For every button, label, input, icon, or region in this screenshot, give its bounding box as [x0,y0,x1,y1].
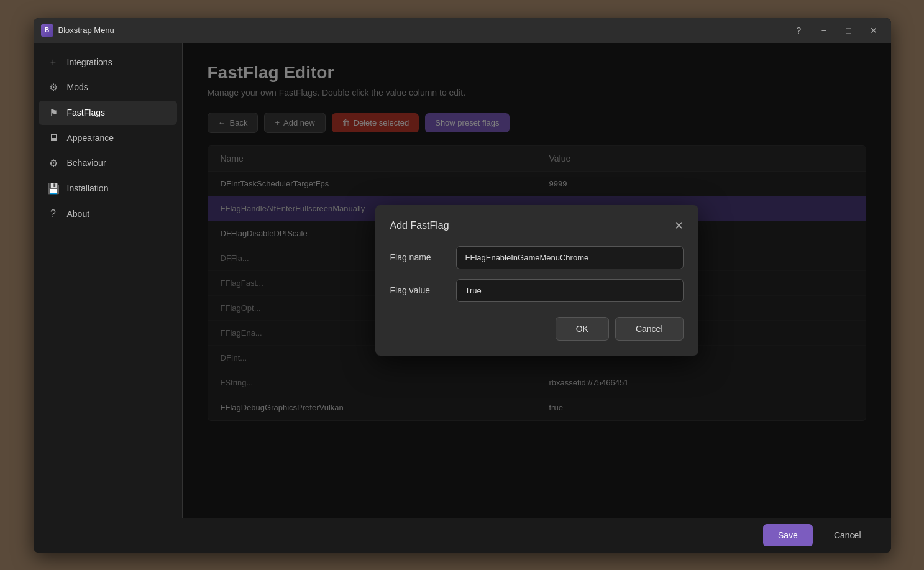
fastflags-icon: ⚑ [47,107,60,119]
mods-icon: ⚙ [47,81,60,93]
cancel-button[interactable]: Cancel [819,524,876,546]
sidebar-item-label: Appearance [67,133,114,143]
flag-value-row: Flag value [390,279,684,302]
save-button[interactable]: Save [763,524,813,546]
sidebar-item-label: Integrations [67,57,112,67]
sidebar-item-integrations[interactable]: + Integrations [39,50,177,74]
titlebar-left: B Bloxstrap Menu [41,24,114,37]
app-logo: B [41,24,53,37]
minimize-button[interactable]: − [814,22,834,39]
about-icon: ? [47,208,60,219]
sidebar-item-appearance[interactable]: 🖥 Appearance [39,126,177,150]
help-button[interactable]: ? [789,22,809,39]
sidebar-item-label: FastFlags [67,108,105,117]
flag-value-label: Flag value [390,285,446,295]
integrations-icon: + [47,57,60,68]
appearance-icon: 🖥 [47,132,60,144]
modal-header: Add FastFlag ✕ [390,220,684,231]
sidebar-item-behaviour[interactable]: ⚙ Behaviour [39,151,177,175]
sidebar-item-fastflags[interactable]: ⚑ FastFlags [39,101,177,125]
titlebar-title: Bloxstrap Menu [58,25,114,35]
close-button[interactable]: ✕ [864,22,884,39]
modal-title: Add FastFlag [390,220,449,231]
sidebar-item-installation[interactable]: 💾 Installation [39,177,177,201]
flag-name-label: Flag name [390,252,446,262]
flag-name-input[interactable] [456,246,684,269]
modal-ok-button[interactable]: OK [556,317,609,341]
sidebar-item-label: Behaviour [67,158,106,168]
installation-icon: 💾 [47,183,60,195]
bottom-bar: Save Cancel [34,518,891,553]
main-window: B Bloxstrap Menu ? − □ ✕ + Integrations … [34,18,891,553]
sidebar-item-mods[interactable]: ⚙ Mods [39,75,177,99]
flag-value-input[interactable] [456,279,684,302]
sidebar: + Integrations ⚙ Mods ⚑ FastFlags 🖥 Appe… [34,43,183,518]
sidebar-item-label: Mods [67,82,88,92]
behaviour-icon: ⚙ [47,157,60,169]
modal-overlay: Add FastFlag ✕ Flag name Flag value OK C… [183,43,891,518]
sidebar-item-about[interactable]: ? About [39,202,177,226]
maximize-button[interactable]: □ [839,22,859,39]
main-content: + Integrations ⚙ Mods ⚑ FastFlags 🖥 Appe… [34,43,891,518]
modal-cancel-button[interactable]: Cancel [615,317,684,341]
modal-close-button[interactable]: ✕ [674,220,684,231]
sidebar-item-label: Installation [67,183,109,193]
flag-name-row: Flag name [390,246,684,269]
sidebar-item-label: About [67,209,90,219]
modal-actions: OK Cancel [390,317,684,341]
content-area: FastFlag Editor Manage your own FastFlag… [183,43,891,518]
titlebar-controls: ? − □ ✕ [789,22,884,39]
titlebar: B Bloxstrap Menu ? − □ ✕ [34,18,891,43]
add-fastflag-modal: Add FastFlag ✕ Flag name Flag value OK C… [375,205,698,356]
